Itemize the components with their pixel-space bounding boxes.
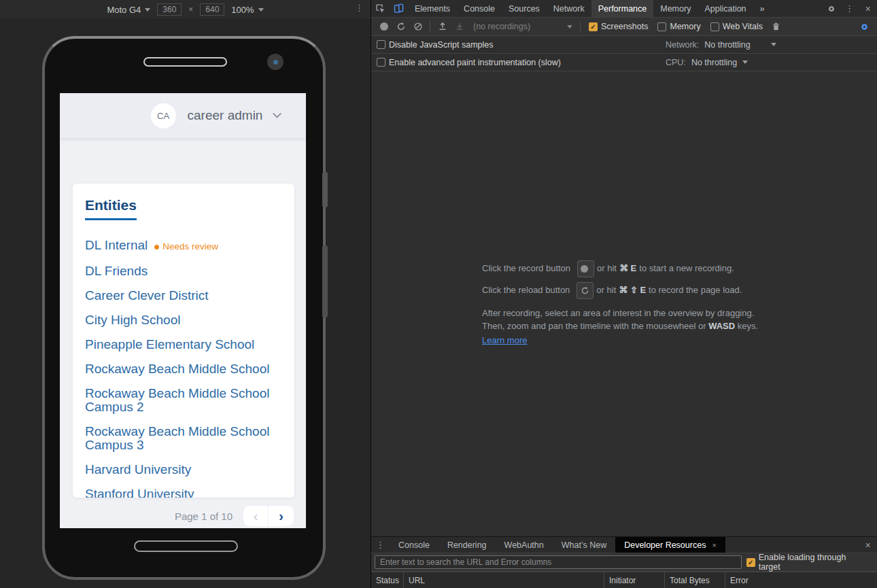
learn-more-link[interactable]: Learn more	[482, 334, 527, 347]
cpu-throttling-select[interactable]: CPU: No throttling	[666, 58, 748, 67]
list-item[interactable]: Career Clever District	[85, 289, 282, 302]
save-profile-button[interactable]	[451, 18, 468, 35]
chevron-down-icon	[145, 8, 150, 12]
column-header-url[interactable]: URL	[404, 572, 604, 588]
enable-loading-checkbox[interactable]: ✓ Enable loading through target	[746, 553, 869, 572]
memory-label: Memory	[670, 22, 700, 31]
viewport-width-input[interactable]	[157, 3, 182, 16]
capture-settings-gear-icon[interactable]	[856, 18, 873, 35]
list-item[interactable]: City High School	[85, 313, 282, 327]
tab-entities[interactable]: Entities	[85, 197, 137, 220]
entity-name: DL Internal	[85, 238, 148, 252]
chevron-down-icon	[771, 43, 776, 46]
tab-elements[interactable]: Elements	[408, 0, 457, 17]
devtools-menu-icon[interactable]: ⋮	[840, 0, 859, 17]
status-badge: Needs review	[154, 241, 218, 252]
tab-memory[interactable]: Memory	[653, 0, 698, 17]
list-item[interactable]: DL InternalNeeds review	[85, 239, 282, 254]
performance-empty-panel: Click the record button or hit ⌘ E to st…	[371, 71, 877, 536]
web-vitals-checkbox[interactable]: Web Vitals	[710, 22, 763, 31]
zoom-select[interactable]: 100%	[231, 5, 263, 15]
device-toolbar: Moto G4 × 100% ⋮	[0, 0, 371, 19]
next-page-button[interactable]: ›	[269, 506, 294, 526]
device-toolbar-toggle-icon[interactable]	[390, 0, 408, 17]
device-toolbar-menu-icon[interactable]: ⋮	[355, 3, 364, 13]
tab-network[interactable]: Network	[547, 0, 591, 17]
drawer-tab-whats-new[interactable]: What’s New	[553, 537, 615, 553]
chevron-down-icon	[742, 60, 748, 64]
list-item[interactable]: Rockaway Beach Middle School Campus 3	[85, 425, 282, 452]
viewport-height-input[interactable]	[200, 3, 224, 16]
memory-checkbox[interactable]: Memory	[657, 22, 700, 31]
list-item[interactable]: Rockaway Beach Middle School Campus 2	[85, 387, 282, 414]
drawer-tab-webauthn[interactable]: WebAuthn	[496, 537, 553, 553]
prev-page-button[interactable]: ‹	[243, 506, 269, 526]
device-select[interactable]: Moto G4	[107, 5, 150, 15]
inspect-element-icon[interactable]	[371, 0, 390, 17]
close-devtools-icon[interactable]: ×	[859, 0, 877, 17]
record-button-illustration	[577, 260, 594, 277]
list-item[interactable]: Stanford University	[85, 487, 282, 498]
record-icon	[581, 265, 588, 273]
search-input[interactable]	[375, 555, 742, 569]
reload-and-record-button[interactable]	[392, 18, 409, 35]
device-select-label: Moto G4	[107, 5, 141, 15]
trash-icon[interactable]	[768, 18, 785, 35]
settings-gear-icon[interactable]	[822, 0, 840, 17]
network-throttling-select[interactable]: Network: No throttling	[666, 40, 776, 50]
tab-application[interactable]: Application	[698, 0, 753, 17]
zoom-select-label: 100%	[231, 5, 254, 15]
chevron-down-icon[interactable]	[273, 109, 282, 118]
list-item[interactable]: Harvard University	[85, 463, 282, 477]
reload-line-mid: or hit	[596, 284, 616, 297]
phone-frame: CA career admin Entities DL InternalNeed…	[42, 36, 326, 580]
chevron-down-icon	[567, 25, 572, 29]
reload-shortcut-keys: ⌘ ⇧ E	[619, 284, 646, 297]
close-drawer-icon[interactable]: ×	[859, 537, 877, 553]
close-tab-icon[interactable]: ×	[712, 541, 716, 549]
empty-state-instructions: Click the record button or hit ⌘ E to st…	[482, 260, 766, 348]
checkbox-unchecked-icon	[657, 22, 666, 31]
account-name[interactable]: career admin	[188, 108, 263, 123]
column-header-error[interactable]: Error	[725, 572, 877, 588]
capture-settings-row-1: Disable JavaScript samples Network: No t…	[371, 36, 877, 54]
device-stage: CA career admin Entities DL InternalNeed…	[0, 19, 371, 588]
phone-screen: CA career admin Entities DL InternalNeed…	[60, 93, 306, 528]
phone-speaker-top	[143, 57, 227, 67]
list-item[interactable]: DL Friends	[85, 264, 282, 278]
drawer-tab-developer-resources[interactable]: Developer Resources ×	[615, 537, 725, 553]
column-header-total-bytes[interactable]: Total Bytes	[665, 572, 725, 588]
more-tabs-button[interactable]: »	[753, 0, 772, 17]
tab-console[interactable]: Console	[457, 0, 502, 17]
drawer-tab-console[interactable]: Console	[390, 537, 439, 553]
drawer-controls: ×	[859, 537, 877, 553]
clear-recording-button[interactable]	[409, 18, 426, 35]
recordings-select-label: (no recordings)	[473, 22, 530, 31]
record-button[interactable]	[375, 18, 392, 35]
load-profile-button[interactable]	[434, 18, 451, 35]
paragraph-line-2: Then, zoom and pan the timeline with the…	[482, 321, 706, 331]
list-item[interactable]: Pineapple Elementary School	[85, 338, 282, 351]
disable-js-samples-checkbox[interactable]: Disable JavaScript samples	[377, 40, 494, 50]
drawer-menu-icon[interactable]: ⋮	[371, 537, 390, 553]
tab-sources[interactable]: Sources	[502, 0, 547, 17]
screenshot-root: Moto G4 × 100% ⋮	[0, 0, 877, 588]
pager: ‹ ›	[243, 505, 294, 527]
screenshots-checkbox[interactable]: ✓ Screenshots	[589, 22, 648, 31]
avatar[interactable]: CA	[151, 103, 176, 128]
drawer-tabbar: ⋮ Console Rendering WebAuthn What’s New …	[371, 536, 877, 553]
list-item[interactable]: Rockaway Beach Middle School	[85, 362, 282, 376]
column-header-initiator[interactable]: Initiator	[604, 572, 665, 588]
paint-instrumentation-checkbox[interactable]: Enable advanced paint instrumentation (s…	[377, 58, 561, 67]
tab-performance[interactable]: Performance	[591, 0, 654, 17]
recordings-select[interactable]: (no recordings)	[473, 22, 577, 31]
reload-line-pre: Click the reload button	[482, 284, 570, 297]
record-instruction-line: Click the record button or hit ⌘ E to st…	[482, 260, 766, 277]
devtools-main-tabbar: Elements Console Sources Network Perform…	[371, 0, 877, 18]
performance-toolbar: (no recordings) ✓ Screenshots Memory Web…	[371, 18, 877, 36]
drawer-tab-rendering[interactable]: Rendering	[439, 537, 496, 553]
column-header-status[interactable]: Status	[371, 572, 404, 588]
divider	[430, 21, 430, 32]
phone-camera-lens	[273, 60, 278, 65]
checkbox-unchecked-icon	[377, 58, 385, 67]
